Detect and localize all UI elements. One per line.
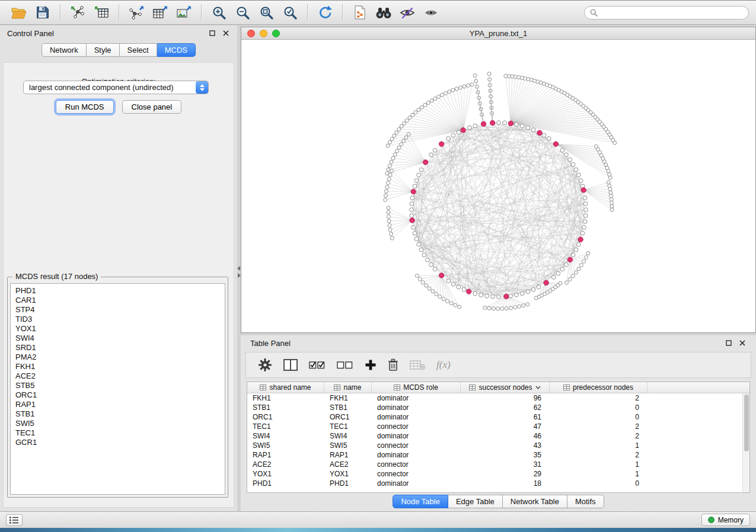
table-cell[interactable]: 47: [461, 422, 550, 431]
zoom-fit-button[interactable]: [254, 2, 278, 23]
table-cell[interactable]: 35: [461, 451, 550, 459]
tab-motifs[interactable]: Motifs: [567, 495, 604, 508]
table-cell[interactable]: SWI4: [247, 432, 324, 440]
window-zoom-button[interactable]: [272, 30, 280, 37]
add-row-button[interactable]: [365, 356, 377, 374]
mcds-result-item[interactable]: STB5: [11, 381, 225, 390]
mcds-result-item[interactable]: STB1: [11, 409, 225, 419]
table-cell[interactable]: 62: [461, 403, 550, 412]
window-close-button[interactable]: [247, 30, 255, 37]
table-cell[interactable]: ORC1: [247, 413, 324, 421]
render-details-button[interactable]: [395, 2, 419, 23]
table-cell[interactable]: PHD1: [324, 479, 372, 488]
table-cell[interactable]: SWI5: [324, 441, 372, 450]
table-row[interactable]: YOX1YOX1connector291: [247, 469, 742, 479]
optimization-criterion-select[interactable]: largest connected component (undirected): [23, 81, 209, 94]
table-cell[interactable]: 2: [550, 394, 647, 402]
table-cell[interactable]: SWI4: [324, 432, 372, 440]
mcds-result-item[interactable]: YOX1: [11, 324, 225, 334]
network-graph[interactable]: [241, 40, 755, 332]
zoom-selected-button[interactable]: [278, 2, 302, 23]
mcds-result-item[interactable]: PHD1: [11, 286, 225, 296]
tab-style[interactable]: Style: [87, 43, 120, 57]
network-window-titlebar[interactable]: YPA_prune.txt_1: [241, 27, 755, 40]
table-row[interactable]: ACE2ACE2connector311: [247, 460, 742, 469]
delete-row-button[interactable]: [388, 356, 398, 374]
mcds-result-item[interactable]: SWI5: [11, 419, 225, 428]
table-cell[interactable]: 43: [461, 441, 550, 450]
table-row[interactable]: SWI5SWI5connector431: [247, 441, 742, 450]
window-minimize-button[interactable]: [260, 30, 267, 37]
table-cell[interactable]: ACE2: [247, 460, 324, 469]
column-header-mcds-role[interactable]: MCDS role: [372, 382, 461, 393]
table-cell[interactable]: dominator: [372, 451, 461, 459]
table-cell[interactable]: 2: [550, 432, 647, 440]
mcds-result-item[interactable]: SWI4: [11, 334, 225, 343]
clone-network-button[interactable]: [348, 2, 372, 23]
tab-network[interactable]: Network: [42, 43, 87, 57]
select-all-button[interactable]: [309, 356, 326, 374]
column-header-shared-name[interactable]: shared name: [247, 382, 324, 393]
open-file-button[interactable]: [7, 2, 31, 23]
table-row[interactable]: STB1STB1dominator620: [247, 403, 742, 412]
table-cell[interactable]: dominator: [372, 479, 461, 488]
tab-select[interactable]: Select: [120, 43, 157, 57]
tab-network-table[interactable]: Network Table: [503, 495, 567, 508]
table-cell[interactable]: TEC1: [324, 422, 372, 431]
mcds-result-item[interactable]: ORC1: [11, 390, 225, 400]
table-cell[interactable]: FKH1: [324, 394, 372, 402]
search-input[interactable]: [601, 8, 743, 17]
table-cell[interactable]: TEC1: [247, 422, 324, 431]
table-cell[interactable]: 0: [550, 413, 647, 421]
tab-node-table[interactable]: Node Table: [393, 495, 448, 508]
table-cell[interactable]: FKH1: [247, 394, 324, 402]
table-cell[interactable]: RAP1: [324, 451, 372, 459]
import-table-button[interactable]: [90, 2, 113, 23]
zoom-in-button[interactable]: [207, 2, 231, 23]
mcds-result-item[interactable]: CAR1: [11, 296, 225, 305]
table-cell[interactable]: dominator: [372, 403, 461, 412]
export-table-button[interactable]: [148, 2, 172, 23]
network-canvas[interactable]: [241, 40, 755, 332]
table-row[interactable]: RAP1RAP1dominator352: [247, 450, 742, 460]
table-cell[interactable]: 0: [550, 403, 647, 412]
table-row[interactable]: FKH1FKH1dominator962: [247, 393, 742, 403]
table-cell[interactable]: STB1: [247, 403, 324, 412]
tab-edge-table[interactable]: Edge Table: [448, 495, 503, 508]
table-cell[interactable]: dominator: [372, 432, 461, 440]
table-cell[interactable]: dominator: [372, 413, 461, 421]
mcds-result-item[interactable]: STP4: [11, 305, 225, 315]
column-header-successor-nodes[interactable]: successor nodes: [461, 382, 550, 393]
unselect-all-button[interactable]: [337, 356, 353, 374]
table-cell[interactable]: 0: [550, 479, 647, 488]
float-panel-button[interactable]: [208, 29, 216, 37]
search-box[interactable]: [584, 6, 749, 20]
table-settings-button[interactable]: [258, 356, 272, 374]
tab-mcds[interactable]: MCDS: [157, 43, 196, 57]
table-cell[interactable]: STB1: [324, 403, 372, 412]
table-cell[interactable]: 96: [461, 394, 550, 402]
table-cell[interactable]: 18: [461, 479, 550, 488]
table-row[interactable]: SWI4SWI4dominator462: [247, 431, 742, 441]
mcds-result-item[interactable]: FKH1: [11, 362, 225, 371]
scrollbar-thumb[interactable]: [744, 395, 749, 451]
mcds-result-item[interactable]: RAP1: [11, 400, 225, 409]
table-cell[interactable]: 2: [550, 451, 647, 459]
zoom-out-button[interactable]: [231, 2, 254, 23]
float-table-panel-button[interactable]: [725, 339, 733, 347]
table-cell[interactable]: YOX1: [247, 470, 324, 478]
table-row[interactable]: ORC1ORC1dominator610: [247, 412, 742, 422]
table-cell[interactable]: connector: [372, 460, 461, 469]
export-network-button[interactable]: [125, 2, 148, 23]
table-cell[interactable]: connector: [372, 422, 461, 431]
save-session-button[interactable]: [31, 2, 55, 23]
refresh-layout-button[interactable]: [313, 2, 337, 23]
table-row[interactable]: TEC1TEC1connector472: [247, 422, 742, 431]
table-cell[interactable]: connector: [372, 441, 461, 450]
memory-button[interactable]: Memory: [701, 514, 750, 526]
column-header-predecessor-nodes[interactable]: predecessor nodes: [550, 382, 647, 393]
mcds-result-item[interactable]: SRD1: [11, 343, 225, 352]
show-columns-button[interactable]: [283, 356, 298, 374]
search-network-button[interactable]: [372, 2, 395, 23]
table-cell[interactable]: YOX1: [324, 470, 372, 478]
